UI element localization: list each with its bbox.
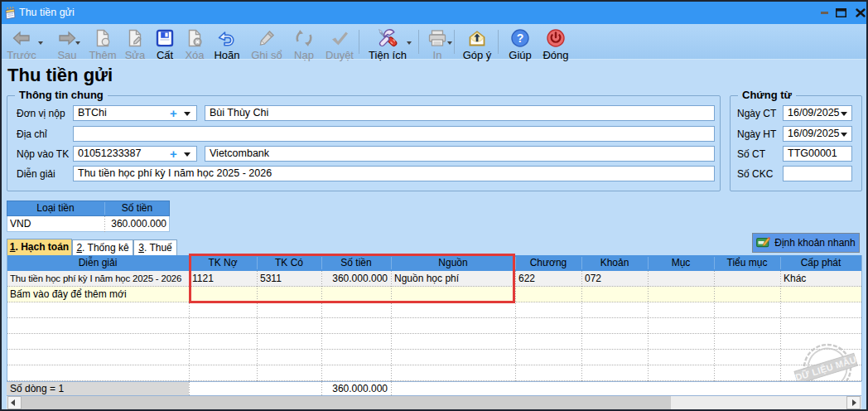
svg-text:?: ? [517,31,524,45]
